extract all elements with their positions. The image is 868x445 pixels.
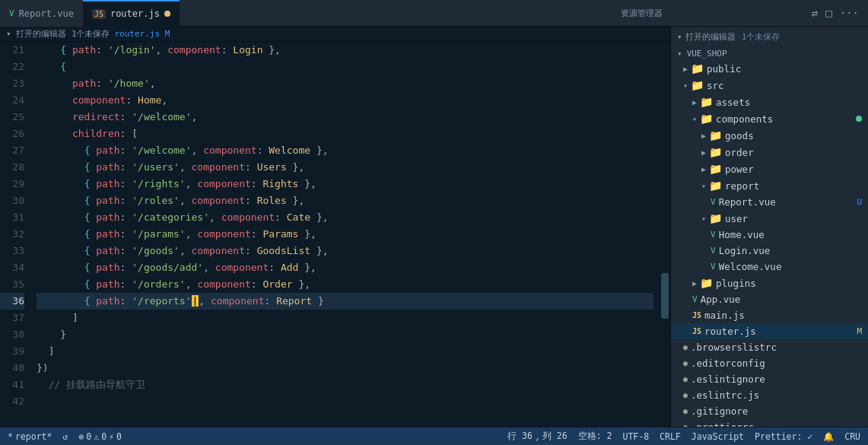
- notifications[interactable]: 🔔: [823, 431, 834, 442]
- file-report-vue[interactable]: V Report.vue U: [671, 194, 868, 210]
- file-label: Welcome.vue: [719, 261, 862, 272]
- chevron-right-icon: ▶: [701, 148, 706, 157]
- editor-actions: ⇄ □ ···: [812, 7, 868, 19]
- folder-label: report: [725, 180, 862, 192]
- folder-label: order: [725, 147, 862, 158]
- prettier-status[interactable]: Prettier: ✓: [755, 431, 812, 442]
- tab-report-vue[interactable]: V Report.vue: [0, 0, 83, 27]
- report-label: report*: [15, 431, 52, 442]
- file-eslintignore[interactable]: ● .eslintignore: [671, 371, 868, 387]
- folder-label: user: [725, 213, 862, 224]
- folder-public[interactable]: ▶ 📁 public: [671, 60, 868, 77]
- folder-icon: 📁: [709, 146, 722, 158]
- file-gitignore[interactable]: ● .gitignore: [671, 403, 868, 419]
- file-eslintrc[interactable]: ● .eslintrc.js: [671, 387, 868, 403]
- components-badge: [856, 116, 862, 122]
- vue-shop-label: VUE_SHOP: [687, 49, 727, 59]
- row-label: 行 36: [507, 431, 533, 442]
- encoding-status[interactable]: UTF-8: [622, 431, 649, 442]
- file-tree: ▾ 打开的编辑器 1个未保存 ▾ VUE_SHOP ▶ 📁 public ▾ 📁…: [671, 27, 868, 427]
- folder-assets[interactable]: ▶ 📁 assets: [671, 94, 868, 110]
- code-line-21: { path: '/login', component: Login },: [37, 42, 653, 59]
- folder-goods[interactable]: ▶ 📁 goods: [671, 127, 868, 144]
- unsaved-count-badge: 1个未保存: [742, 31, 781, 43]
- js-file-icon: JS: [692, 311, 701, 319]
- code-line-32: { path: '/params', component: Params },: [37, 226, 653, 243]
- chevron-vue-shop-icon: ▾: [677, 49, 682, 59]
- folder-plugins[interactable]: ▶ 📁 plugins: [671, 275, 868, 291]
- position-status[interactable]: 行 36, 列 26: [507, 431, 568, 442]
- dot-file-icon: ●: [683, 359, 688, 367]
- chevron-right-icon: ▶: [701, 165, 706, 173]
- sync-icon: ↺: [62, 431, 68, 442]
- code-line-26: children: [: [37, 126, 653, 142]
- dot-file-icon: ●: [683, 343, 688, 351]
- chevron-down-icon: ▾: [701, 215, 706, 223]
- folder-components[interactable]: ▾ 📁 components: [671, 110, 868, 127]
- folder-label: power: [725, 164, 862, 175]
- error-status[interactable]: ⊗ 0 ⚠ 0 ⚡ 0: [78, 431, 122, 442]
- file-welcome-vue[interactable]: V Welcome.vue: [671, 259, 868, 275]
- editor-content: 21 22 23 24 25 26 27 28 29 30 31 32 33 3…: [0, 42, 670, 427]
- folder-icon: 📁: [709, 129, 722, 141]
- file-label: main.js: [704, 310, 862, 321]
- language-label: JavaScript: [692, 431, 744, 442]
- code-line-38: }: [37, 326, 653, 343]
- open-editors-header[interactable]: ▾ 打开的编辑器 1个未保存: [671, 27, 868, 44]
- cru-status[interactable]: CRU: [844, 431, 860, 442]
- file-label: Login.vue: [719, 245, 862, 256]
- modified-dot: [164, 11, 170, 17]
- split-layout-icon[interactable]: □: [825, 7, 831, 19]
- scrollbar[interactable]: [660, 42, 670, 427]
- code-line-23: path: '/home',: [37, 75, 653, 92]
- language-status[interactable]: JavaScript: [692, 431, 744, 442]
- folder-power[interactable]: ▶ 📁 power: [671, 161, 868, 177]
- file-app-vue[interactable]: V App.vue: [671, 291, 868, 307]
- code-content[interactable]: { path: '/login', component: Login }, { …: [30, 42, 660, 427]
- dot-file-icon: ●: [683, 375, 688, 383]
- folder-report[interactable]: ▾ 📁 report: [671, 177, 868, 194]
- vue-icon: V: [9, 8, 14, 18]
- folder-user[interactable]: ▾ 📁 user: [671, 210, 868, 227]
- file-home-vue[interactable]: V Home.vue: [671, 227, 868, 243]
- spaces-status[interactable]: 空格: 2: [578, 431, 612, 442]
- cru-label: CRU: [844, 431, 860, 442]
- line-ending-status[interactable]: CRLF: [660, 431, 681, 442]
- report-icon: *: [8, 431, 13, 442]
- dot-file-icon: ●: [683, 391, 688, 399]
- code-line-40: }): [37, 360, 653, 377]
- chevron-right-icon: ▶: [692, 98, 697, 106]
- folder-src[interactable]: ▾ 📁 src: [671, 77, 868, 94]
- sync-status[interactable]: ↺: [62, 431, 68, 442]
- folder-icon: 📁: [709, 163, 722, 175]
- more-actions-icon[interactable]: ···: [840, 7, 859, 19]
- vue-file-icon: V: [711, 197, 716, 207]
- save-all-button[interactable]: router.js M: [115, 29, 170, 39]
- chevron-right-icon: ▶: [701, 132, 706, 140]
- unsaved-banner: ▾ 打开的编辑器 1个未保存 router.js M: [0, 27, 670, 42]
- folder-icon: 📁: [700, 113, 713, 125]
- col-label: 列 26: [542, 431, 568, 442]
- folder-label: src: [707, 80, 862, 91]
- file-main-js[interactable]: JS main.js: [671, 307, 868, 323]
- folder-order[interactable]: ▶ 📁 order: [671, 144, 868, 161]
- file-editorconfig[interactable]: ● .editorconfig: [671, 355, 868, 371]
- file-browserslistrc[interactable]: ● .browserslistrc: [671, 339, 868, 355]
- main-area: ▾ 打开的编辑器 1个未保存 router.js M 21 22 23 24 2…: [0, 27, 868, 427]
- code-line-37: ]: [37, 310, 653, 326]
- file-prettierrc[interactable]: ● .prettierrc: [671, 419, 868, 427]
- chevron-down-icon: ▾: [701, 182, 706, 190]
- lightning-icon: ⚡: [109, 431, 114, 442]
- untracked-badge: U: [857, 197, 862, 207]
- warning-count: 0: [101, 431, 107, 442]
- file-login-vue[interactable]: V Login.vue: [671, 243, 868, 259]
- code-line-28: { path: '/users', component: Users },: [37, 159, 653, 176]
- file-router-js[interactable]: JS router.js M: [671, 323, 868, 339]
- dot-file-icon: ●: [683, 407, 688, 415]
- js-icon: JS: [92, 9, 106, 19]
- vue-shop-header[interactable]: ▾ VUE_SHOP: [671, 44, 868, 60]
- split-editor-icon[interactable]: ⇄: [812, 7, 818, 19]
- vue-file-icon: V: [711, 246, 716, 256]
- report-tab-status[interactable]: * report*: [8, 431, 52, 442]
- tab-router-js[interactable]: JS router.js: [83, 0, 180, 27]
